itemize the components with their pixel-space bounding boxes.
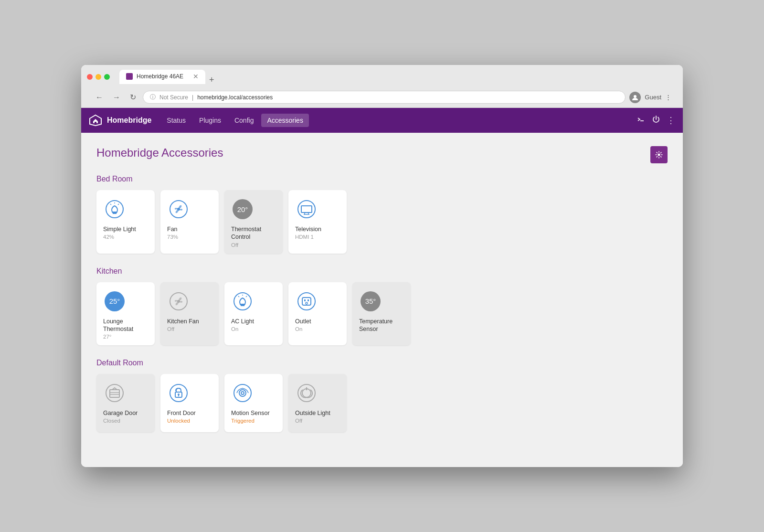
accessory-card-lounge-thermostat[interactable]: 25° Lounge Thermostat 27°	[96, 282, 155, 346]
page-title: Homebridge Accessories	[96, 146, 223, 160]
accessory-card-garage-door[interactable]: Garage Door Closed	[96, 374, 155, 432]
reload-button[interactable]: ↻	[127, 92, 139, 103]
svg-point-12	[298, 201, 315, 218]
app-logo: Homebridge	[89, 114, 151, 127]
accessory-status: On	[231, 326, 238, 332]
thermostat-icon: 20°	[231, 198, 254, 221]
svg-point-37	[239, 390, 246, 396]
accessory-card-ac-light[interactable]: AC Light On	[224, 282, 283, 346]
svg-point-0	[634, 95, 637, 98]
traffic-lights	[87, 74, 110, 80]
temp-circle: 20°	[233, 199, 253, 219]
accessory-card-television[interactable]: Television HDMI 1	[288, 190, 347, 254]
accessory-name: Simple Light	[103, 225, 136, 233]
terminal-icon-button[interactable]	[636, 115, 646, 127]
accessory-status: On	[295, 326, 302, 332]
temp-circle-hot: 35°	[361, 291, 381, 311]
back-button[interactable]: ←	[93, 92, 106, 103]
accessory-card-thermostat-control[interactable]: 20° Thermostat Control Off	[224, 190, 283, 254]
svg-rect-27	[304, 299, 306, 301]
accessory-name: Kitchen Fan	[167, 318, 199, 325]
svg-rect-13	[301, 206, 312, 213]
motion-sensor-icon	[231, 382, 254, 404]
accessory-name: Front Door	[167, 409, 196, 417]
accessory-status: 73%	[167, 234, 178, 240]
browser-controls: Homebridge 46AE ✕ +	[87, 70, 677, 88]
close-button[interactable]	[87, 74, 93, 80]
accessory-name: Lounge Thermostat	[103, 318, 148, 333]
svg-rect-28	[308, 299, 309, 301]
accessory-name: Motion Sensor	[231, 409, 270, 417]
svg-point-32	[170, 384, 187, 402]
svg-line-24	[238, 296, 239, 297]
svg-point-38	[241, 392, 244, 394]
tab-title: Homebridge 46AE	[137, 73, 183, 80]
nav-links: Status Plugins Config Accessories	[161, 114, 636, 127]
accessory-status: Closed	[103, 418, 120, 424]
accessory-card-simple-light[interactable]: Simple Light 42%	[96, 190, 155, 254]
nav-link-accessories[interactable]: Accessories	[261, 114, 308, 127]
accessory-status: Off	[167, 326, 174, 332]
tab-bar: Homebridge 46AE ✕ +	[119, 70, 677, 84]
accessory-card-temperature-sensor[interactable]: 35° Temperature Sensor	[352, 282, 411, 346]
accessory-card-outside-light[interactable]: Outside Light Off	[288, 374, 347, 432]
more-options-icon-button[interactable]: ⋮	[667, 115, 675, 126]
accessory-status: Off	[295, 418, 302, 424]
accessory-status: Off	[231, 242, 238, 248]
accessory-name: Fan	[167, 225, 178, 233]
gear-icon	[655, 151, 663, 159]
accessory-status: HDMI 1	[295, 234, 314, 240]
accessory-card-motion-sensor[interactable]: Motion Sensor Triggered	[224, 374, 283, 432]
nav-link-status[interactable]: Status	[161, 114, 191, 127]
tab-close-button[interactable]: ✕	[193, 73, 199, 80]
accessory-name: AC Light	[231, 318, 254, 325]
accessory-card-kitchen-fan[interactable]: Kitchen Fan Off	[160, 282, 219, 346]
url-text: homebridge.local/accessories	[197, 94, 273, 101]
fan-icon	[167, 198, 190, 221]
app-logo-text: Homebridge	[107, 116, 151, 125]
svg-point-36	[234, 384, 251, 402]
svg-point-30	[106, 384, 123, 402]
user-avatar[interactable]	[629, 92, 641, 103]
accessory-card-fan[interactable]: Fan 73%	[160, 190, 219, 254]
svg-line-9	[110, 204, 111, 205]
svg-rect-31	[110, 390, 119, 397]
main-content: Homebridge Accessories Bed Room	[81, 133, 683, 467]
tv-icon	[295, 198, 318, 221]
browser-tab[interactable]: Homebridge 46AE ✕	[119, 70, 205, 84]
accessory-status: 27°	[103, 334, 111, 340]
room-title-default: Default Room	[96, 359, 668, 367]
garage-door-icon	[103, 382, 126, 404]
power-icon-button[interactable]	[651, 115, 661, 127]
browser-menu-icon[interactable]: ⋮	[665, 94, 671, 101]
accessory-status: Unlocked	[167, 418, 190, 424]
address-bar: ← → ↻ ⓘ Not Secure | homebridge.local/ac…	[87, 88, 677, 107]
forward-button[interactable]: →	[110, 92, 123, 103]
browser-actions: Guest ⋮	[629, 92, 671, 103]
fullscreen-button[interactable]	[104, 74, 110, 80]
minimize-button[interactable]	[96, 74, 101, 80]
accessory-card-front-door[interactable]: Front Door Unlocked	[160, 374, 219, 432]
temp-circle-active: 25°	[105, 291, 125, 311]
nav-icons: ⋮	[636, 115, 675, 127]
light-on-icon	[231, 290, 254, 313]
browser-titlebar: Homebridge 46AE ✕ + ← → ↻ ⓘ Not Secure |…	[81, 65, 683, 108]
nav-link-config[interactable]: Config	[229, 114, 259, 127]
accessory-name: Garage Door	[103, 409, 138, 417]
accessory-card-outlet[interactable]: Outlet On	[288, 282, 347, 346]
accessories-grid-default: Garage Door Closed	[96, 374, 668, 432]
url-bar[interactable]: ⓘ Not Secure | homebridge.local/accessor…	[143, 91, 626, 104]
fan-off-icon	[167, 290, 190, 313]
svg-point-29	[306, 302, 308, 304]
accessory-name: Thermostat Control	[231, 225, 276, 241]
svg-point-25	[298, 293, 315, 310]
nav-link-plugins[interactable]: Plugins	[193, 114, 227, 127]
accessory-name: Outside Light	[295, 409, 330, 417]
accessory-status: 42%	[103, 234, 114, 240]
accessory-name: Television	[295, 225, 321, 233]
settings-button[interactable]	[650, 146, 668, 163]
lock-icon	[167, 382, 190, 404]
accessories-grid-bedroom: Simple Light 42%	[96, 190, 668, 254]
new-tab-button[interactable]: +	[209, 75, 214, 84]
room-title-kitchen: Kitchen	[96, 267, 668, 276]
